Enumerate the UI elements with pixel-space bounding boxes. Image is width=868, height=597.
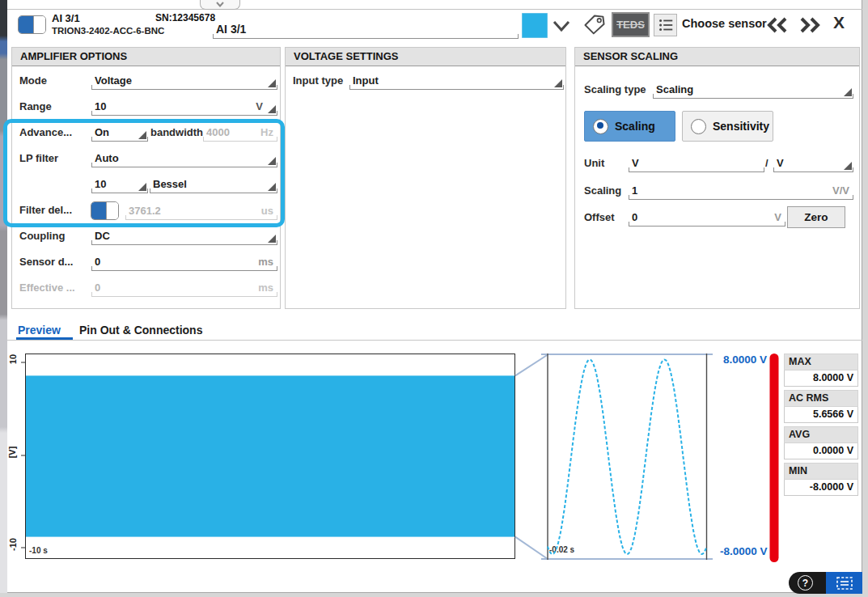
channel-module: TRION3-2402-ACC-6-BNC — [52, 26, 164, 36]
scaling-type-label: Scaling type — [584, 81, 646, 98]
channel-active-toggle[interactable] — [18, 15, 46, 34]
sensor-delay-label: Sensor d... — [19, 253, 73, 270]
filter-delay-field: 3761.2 us — [126, 202, 277, 220]
stat-value: -8.0000 V — [784, 480, 858, 496]
background-app-strip — [0, 0, 7, 593]
tab-preview[interactable]: Preview — [18, 324, 61, 337]
unit-numerator-field[interactable]: V — [629, 155, 764, 172]
offset-field[interactable]: 0 V — [629, 209, 785, 227]
zero-button[interactable]: Zero — [787, 206, 845, 228]
advanced-filter-dropdown[interactable]: On — [92, 124, 147, 142]
range-value: 10 — [95, 100, 106, 112]
channel-title: AI 3/1 — [52, 12, 80, 24]
list-icon — [657, 16, 675, 34]
previous-channel-button[interactable] — [765, 15, 790, 35]
radio-unselected-icon — [691, 119, 706, 134]
radio-sensitivity-label: Sensitivity — [713, 120, 769, 133]
dropdown-triangle-icon — [138, 183, 146, 191]
color-dropdown-button[interactable] — [552, 19, 571, 33]
y-axis-max-label: 10 — [8, 349, 18, 370]
lp-filter-characteristic-value: Bessel — [153, 178, 187, 190]
coupling-dropdown[interactable]: DC — [92, 227, 277, 245]
stat-label: AVG — [784, 426, 858, 443]
unit-denominator-dropdown[interactable]: V — [774, 155, 853, 172]
effective-delay-label: Effective ... — [19, 279, 75, 296]
collapse-tab[interactable] — [200, 0, 240, 10]
input-type-value: Input — [353, 74, 379, 87]
range-unit: V — [256, 98, 263, 115]
mode-value: Voltage — [95, 74, 132, 87]
channel-list-button[interactable] — [826, 572, 862, 594]
unit-numerator-value: V — [632, 157, 639, 169]
stat-value: 8.0000 V — [784, 370, 858, 387]
sensor-list-button[interactable] — [654, 14, 677, 36]
toggle-knob — [106, 202, 118, 219]
radio-scaling[interactable]: Scaling — [584, 111, 675, 142]
sensor-delay-value: 0 — [95, 256, 100, 268]
input-type-label: Input type — [293, 72, 343, 89]
offset-value: 0 — [632, 211, 637, 223]
effective-delay-value: 0 — [95, 282, 100, 294]
lp-filter-dropdown[interactable]: Auto — [92, 150, 277, 167]
channel-name-input[interactable]: AI 3/1 — [214, 21, 518, 39]
channel-name-value: AI 3/1 — [216, 23, 246, 36]
close-button[interactable]: X — [833, 13, 845, 32]
range-label: Range — [19, 98, 52, 115]
scaling-field[interactable]: 1 V/V — [629, 182, 853, 200]
dropdown-triangle-icon — [844, 162, 852, 170]
range-dropdown[interactable]: 10 V — [92, 98, 277, 116]
dropdown-triangle-icon — [554, 79, 562, 87]
header-divider — [7, 9, 862, 10]
footer-toolbar: ? — [789, 572, 862, 594]
lp-filter-value: Auto — [95, 152, 119, 164]
dropdown-triangle-icon — [268, 157, 276, 165]
tag-icon — [582, 13, 607, 37]
x-axis-start-label: -10 s — [29, 546, 48, 555]
dropdown-triangle-icon — [844, 88, 852, 96]
stat-value: 5.6566 V — [784, 407, 858, 423]
teds-button[interactable]: TEDS — [612, 12, 650, 37]
advanced-filter-label: Advance... — [19, 124, 72, 141]
offset-label: Offset — [584, 209, 615, 226]
dropdown-triangle-icon — [268, 183, 276, 191]
scaling-value: 1 — [632, 184, 637, 197]
input-type-dropdown[interactable]: Input — [350, 72, 563, 90]
coupling-label: Coupling — [19, 227, 65, 244]
advanced-filter-value: On — [95, 126, 109, 138]
coupling-value: DC — [95, 230, 110, 242]
scaling-type-dropdown[interactable]: Scaling — [654, 81, 853, 99]
filter-delay-unit: us — [261, 202, 273, 219]
radio-sensitivity[interactable]: Sensitivity — [682, 111, 773, 142]
bandwidth-field: 4000 Hz — [204, 124, 277, 142]
sensor-delay-field[interactable]: 0 ms — [92, 253, 277, 271]
chevron-down-small-icon — [214, 1, 226, 8]
lp-filter-characteristic-dropdown[interactable]: Bessel — [150, 176, 277, 193]
offset-unit: V — [774, 209, 781, 226]
dropdown-triangle-icon — [138, 131, 146, 139]
sensor-delay-unit: ms — [258, 253, 273, 270]
unit-label: Unit — [584, 155, 604, 171]
filter-delay-label: Filter del... — [19, 201, 72, 218]
y-axis-min-label: -10 — [8, 534, 18, 555]
choose-sensor-label[interactable]: Choose sensor — [682, 17, 767, 30]
effective-delay-field: 0 ms — [92, 279, 277, 297]
radio-scaling-label: Scaling — [615, 120, 655, 133]
scaling-label: Scaling — [584, 182, 621, 199]
filter-delay-toggle[interactable] — [91, 201, 119, 220]
help-button[interactable]: ? — [798, 575, 813, 591]
bandwidth-value: 4000 — [206, 126, 230, 138]
channel-serial: SN:12345678 — [155, 12, 215, 23]
tab-pinout[interactable]: Pin Out & Connections — [79, 324, 202, 337]
lp-filter-order-dropdown[interactable]: 10 — [92, 176, 147, 193]
chevrons-left-icon — [765, 15, 790, 35]
channel-color-swatch[interactable] — [522, 13, 548, 38]
statistics-panel: MAX 8.0000 V AC RMS 5.6566 V AVG 0.0000 … — [784, 354, 858, 499]
effective-delay-unit: ms — [258, 279, 273, 296]
radio-selected-icon — [593, 119, 608, 134]
bandwidth-unit: Hz — [260, 124, 273, 141]
scaling-type-value: Scaling — [656, 83, 693, 95]
sensor-tag-button[interactable] — [582, 13, 607, 37]
mode-dropdown[interactable]: Voltage — [92, 72, 277, 90]
zoom-min-label: -8.0000 V — [720, 545, 768, 557]
next-channel-button[interactable] — [798, 15, 822, 35]
